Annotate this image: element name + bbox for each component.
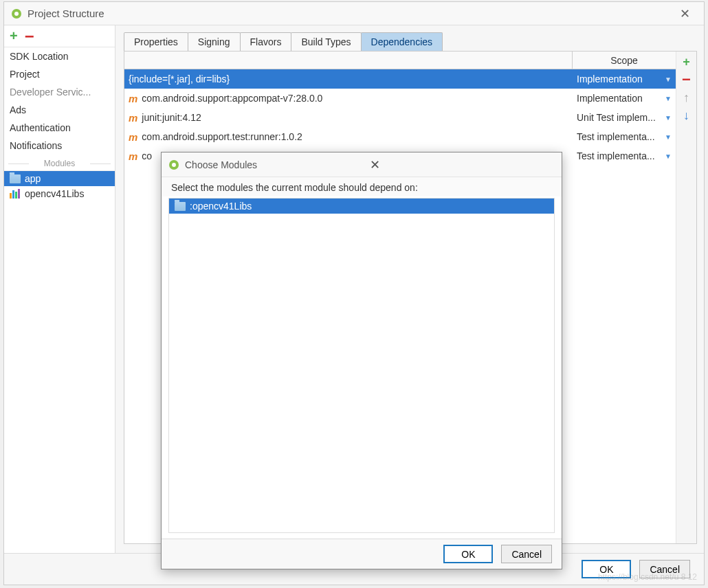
close-icon[interactable]: ✕	[673, 3, 697, 24]
modal-titlebar: Choose Modules ✕	[162, 152, 562, 177]
tab-properties[interactable]: Properties	[124, 32, 188, 51]
maven-icon: m	[129, 150, 137, 162]
choose-modules-dialog: Choose Modules ✕ Select the modules the …	[161, 152, 562, 569]
sidebar: + − SDK Location Project Developer Servi…	[4, 25, 115, 553]
remove-dependency-icon[interactable]: −	[682, 72, 691, 87]
modal-close-icon[interactable]: ✕	[363, 155, 555, 175]
sidebar-item-ads[interactable]: Ads	[4, 101, 115, 119]
sidebar-separator-modules: Modules	[4, 156, 115, 171]
remove-icon[interactable]: −	[25, 27, 34, 46]
dependencies-toolbar: + − ↑ ↓	[676, 52, 696, 543]
cancel-button[interactable]: Cancel	[639, 560, 690, 578]
modal-icon	[168, 159, 179, 170]
module-label: app	[25, 173, 41, 184]
maven-icon: m	[129, 93, 137, 104]
table-row[interactable]: mcom.android.support.test:runner:1.0.2 T…	[124, 127, 676, 146]
modal-title: Choose Modules	[185, 159, 363, 170]
list-item[interactable]: :opencv41Libs	[169, 199, 554, 214]
ok-button[interactable]: OK	[582, 560, 631, 578]
folder-icon	[10, 174, 21, 183]
sidebar-item-notifications[interactable]: Notifications	[4, 137, 115, 155]
library-icon	[10, 189, 21, 199]
maven-icon: m	[129, 112, 137, 124]
tab-signing[interactable]: Signing	[188, 32, 241, 51]
svg-point-1	[14, 12, 19, 16]
dep-name: mcom.android.support.test:runner:1.0.2	[124, 131, 573, 143]
dep-scope[interactable]: Implementation▼	[573, 74, 676, 84]
dep-name: mcom.android.support:appcompat-v7:28.0.0	[124, 93, 573, 104]
tabs: Properties Signing Flavors Build Types D…	[124, 32, 697, 51]
modal-buttons: OK Cancel	[162, 539, 562, 569]
tab-flavors[interactable]: Flavors	[240, 32, 292, 51]
dep-scope[interactable]: Unit Test implem...▼	[573, 112, 676, 123]
sidebar-item-authentication[interactable]: Authentication	[4, 119, 115, 137]
dependencies-header: Scope	[124, 52, 676, 69]
dep-scope[interactable]: Implementation▼	[573, 93, 676, 104]
tab-dependencies[interactable]: Dependencies	[361, 32, 443, 51]
dep-name: {include=[*.jar], dir=libs}	[124, 74, 573, 84]
header-scope: Scope	[573, 52, 676, 69]
table-row[interactable]: mcom.android.support:appcompat-v7:28.0.0…	[124, 89, 676, 108]
modal-ok-button[interactable]: OK	[443, 545, 493, 563]
modal-cancel-button[interactable]: Cancel	[501, 545, 552, 563]
module-item-app[interactable]: app	[4, 171, 115, 186]
dep-scope[interactable]: Test implementa...▼	[573, 150, 676, 161]
chevron-down-icon: ▼	[665, 133, 672, 141]
move-up-icon[interactable]: ↑	[683, 90, 689, 105]
sidebar-toolbar: + −	[4, 25, 115, 47]
tab-build-types[interactable]: Build Types	[291, 32, 361, 51]
titlebar: Project Structure ✕	[4, 2, 704, 25]
chevron-down-icon: ▼	[665, 95, 672, 102]
chevron-down-icon: ▼	[665, 114, 672, 122]
modal-list[interactable]: :opencv41Libs	[168, 198, 555, 533]
svg-point-3	[172, 163, 176, 167]
chevron-down-icon: ▼	[665, 152, 672, 160]
header-blank	[124, 52, 573, 69]
sidebar-item-project[interactable]: Project	[4, 65, 115, 83]
table-row[interactable]: {include=[*.jar], dir=libs} Implementati…	[124, 69, 676, 89]
add-dependency-icon[interactable]: +	[683, 54, 690, 69]
move-down-icon[interactable]: ↓	[683, 108, 689, 123]
sidebar-item-developer-services[interactable]: Developer Servic...	[4, 83, 115, 101]
dep-name: mjunit:junit:4.12	[124, 112, 573, 124]
module-label: opencv41Libs	[25, 188, 84, 199]
maven-icon: m	[129, 131, 137, 143]
add-icon[interactable]: +	[10, 28, 18, 44]
table-row[interactable]: mjunit:junit:4.12 Unit Test implem...▼	[124, 108, 676, 127]
sidebar-item-sdk-location[interactable]: SDK Location	[4, 47, 115, 65]
dep-scope[interactable]: Test implementa...▼	[573, 131, 676, 142]
folder-icon	[175, 202, 186, 211]
chevron-down-icon: ▼	[665, 76, 672, 83]
window-title: Project Structure	[27, 8, 673, 19]
modal-prompt: Select the modules the current module sh…	[162, 177, 562, 196]
project-structure-window: Project Structure ✕ + − SDK Location Pro…	[3, 1, 705, 585]
module-item-opencv41libs[interactable]: opencv41Libs	[4, 186, 115, 201]
list-item-label: :opencv41Libs	[190, 201, 252, 212]
app-icon	[11, 8, 22, 19]
